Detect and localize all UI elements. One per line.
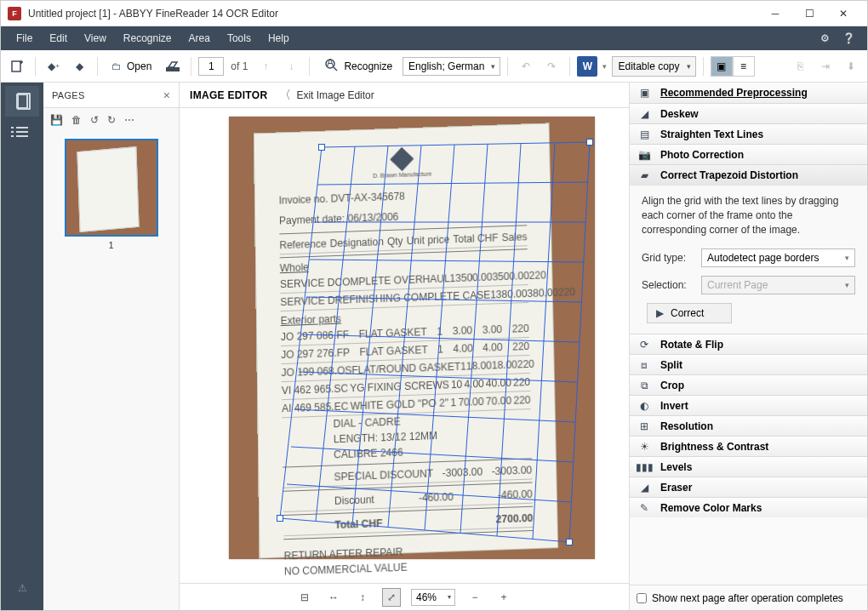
resolution-icon: ⊞ xyxy=(637,420,652,433)
menu-edit[interactable]: Edit xyxy=(41,29,76,48)
tool-eraser[interactable]: ◢ Eraser xyxy=(630,477,867,497)
remove-marks-icon: ✎ xyxy=(637,501,652,515)
tool-remove-marks[interactable]: ✎ Remove Color Marks xyxy=(630,497,867,517)
tool-straighten[interactable]: ▤ Straighten Text Lines xyxy=(630,123,867,144)
zoom-in-icon[interactable]: + xyxy=(494,588,513,607)
menu-file[interactable]: File xyxy=(8,29,41,48)
correct-button[interactable]: ▶ Correct xyxy=(647,303,732,323)
levels-icon: ▮▮▮ xyxy=(637,460,652,474)
redo-icon[interactable]: ↷ xyxy=(540,55,562,77)
word-icon[interactable]: W xyxy=(577,56,597,77)
open-button[interactable]: 🗀 Open xyxy=(105,55,158,77)
menubar: File Edit View Recognize Area Tools Help… xyxy=(1,26,867,50)
grid-handle-tr[interactable] xyxy=(586,139,593,146)
rail-list-icon[interactable] xyxy=(5,117,39,147)
trapezoid-hint: Align the grid with the text lines by dr… xyxy=(642,194,855,237)
page-number-input[interactable] xyxy=(198,57,224,76)
page-thumbnail-label: 1 xyxy=(57,240,165,250)
back-chevron-icon: 〈 xyxy=(279,88,291,103)
rail-pages-icon[interactable] xyxy=(5,86,39,117)
grid-type-select[interactable]: Autodetect page borders xyxy=(701,248,855,267)
add-page-icon[interactable]: ◆+ xyxy=(43,55,65,77)
tool-rotate-flip[interactable]: ⟳ Rotate & Flip xyxy=(630,334,867,354)
fit-window-icon[interactable]: ⤢ xyxy=(382,588,401,607)
show-next-checkbox[interactable] xyxy=(637,593,647,603)
left-rail: ⚠ xyxy=(1,83,43,610)
toolbar: ◆+ ◆ 🗀 Open of 1 ↑ ↓ A Recognize English… xyxy=(1,50,867,83)
zoom-bar: ⊟ ↔ ↕ ⤢ 46% − + xyxy=(180,583,629,610)
tool-brightness[interactable]: ☀ Brightness & Contrast xyxy=(630,436,867,456)
minimize-button[interactable]: ─ xyxy=(758,2,792,26)
open-label: Open xyxy=(127,60,151,72)
new-project-icon[interactable] xyxy=(6,55,28,77)
tool-crop[interactable]: ⧉ Crop xyxy=(630,374,867,395)
menu-tools[interactable]: Tools xyxy=(219,29,260,48)
folder-icon: 🗀 xyxy=(111,60,122,72)
settings-icon[interactable]: ⚙ xyxy=(813,26,837,50)
scan-icon[interactable] xyxy=(162,55,184,77)
tool-trapezoid[interactable]: ▰ Correct Trapezoid Distortion xyxy=(630,164,867,185)
grid-handle-br[interactable] xyxy=(566,539,573,545)
language-select[interactable]: English; German xyxy=(403,57,500,76)
exit-editor-label: Exit Image Editor xyxy=(296,89,374,101)
rail-warning-icon[interactable]: ⚠ xyxy=(5,573,39,603)
send-icon[interactable]: ⎘ xyxy=(789,55,811,77)
deskew-icon: ◢ xyxy=(637,107,652,121)
tool-photo-correction[interactable]: 📷 Photo Correction xyxy=(630,144,867,164)
menu-area[interactable]: Area xyxy=(180,29,219,48)
more-icon[interactable]: ⋯ xyxy=(124,114,134,126)
show-next-label: Show next page after operation completes xyxy=(652,592,843,604)
menu-recognize[interactable]: Recognize xyxy=(115,29,180,48)
next-page-icon[interactable]: ↓ xyxy=(280,55,302,77)
editable-copy-select[interactable]: Editable copy xyxy=(612,56,695,77)
tool-deskew[interactable]: ◢ Deskew xyxy=(630,103,867,123)
fit-page-icon[interactable]: ⊟ xyxy=(295,588,314,607)
tool-split[interactable]: ⧈ Split xyxy=(630,354,867,374)
recognize-button[interactable]: A Recognize xyxy=(317,55,399,77)
tool-recommended[interactable]: ▣ Recommended Preprocessing xyxy=(630,83,867,103)
pages-stack-icon[interactable]: ◆ xyxy=(68,55,90,77)
correct-arrow-icon: ▶ xyxy=(656,307,664,319)
delete-page-icon[interactable]: 🗑 xyxy=(71,114,82,126)
maximize-button[interactable]: ☐ xyxy=(792,2,826,26)
rotate-right-icon[interactable]: ↻ xyxy=(107,114,116,126)
help-icon[interactable]: ❔ xyxy=(837,26,860,50)
exit-editor-button[interactable]: 〈 Exit Image Editor xyxy=(279,88,374,103)
image-view-icon[interactable]: ▣ xyxy=(711,56,733,77)
dropdown-caret-icon[interactable]: ▾ xyxy=(601,62,608,71)
view-mode-group: ▣ ≡ xyxy=(711,56,755,77)
fit-height-icon[interactable]: ↕ xyxy=(353,588,372,607)
zoom-select[interactable]: 46% xyxy=(411,589,455,606)
straighten-icon: ▤ xyxy=(637,128,652,141)
close-window-button[interactable]: ✕ xyxy=(826,2,860,26)
rotate-left-icon[interactable]: ↺ xyxy=(90,114,99,126)
text-view-icon[interactable]: ≡ xyxy=(733,56,755,77)
rotate-icon: ⟳ xyxy=(637,338,652,351)
recommended-icon: ▣ xyxy=(637,86,652,100)
trapezoid-icon: ▰ xyxy=(637,168,652,182)
zoom-out-icon[interactable]: − xyxy=(465,588,484,607)
tool-levels[interactable]: ▮▮▮ Levels xyxy=(630,456,867,477)
svg-text:A: A xyxy=(327,57,334,69)
show-next-option[interactable]: Show next page after operation completes xyxy=(630,585,867,610)
undo-icon[interactable]: ↶ xyxy=(515,55,537,77)
page-total-label: of 1 xyxy=(227,60,251,72)
prev-page-icon[interactable]: ↑ xyxy=(254,55,277,77)
camera-icon: 📷 xyxy=(637,148,652,162)
titlebar: F Untitled project [1] - ABBYY FineReade… xyxy=(1,1,867,26)
menu-view[interactable]: View xyxy=(76,29,115,48)
tool-invert[interactable]: ◐ Invert xyxy=(630,395,867,415)
export-icon[interactable]: ⇥ xyxy=(814,55,837,77)
fit-width-icon[interactable]: ↔ xyxy=(324,588,343,607)
save-page-icon[interactable]: 💾 xyxy=(50,114,63,126)
close-pages-panel-icon[interactable]: × xyxy=(163,89,170,102)
tool-resolution[interactable]: ⊞ Resolution xyxy=(630,415,867,436)
recognize-label: Recognize xyxy=(344,60,392,72)
page-thumbnail[interactable] xyxy=(65,139,158,237)
editor-canvas[interactable]: D. Brawn Manufacture Invoice no. DVT-AX-… xyxy=(180,108,629,583)
grid-type-label: Grid type: xyxy=(642,252,694,264)
save-icon[interactable]: ⬇ xyxy=(840,55,862,77)
menu-help[interactable]: Help xyxy=(260,29,298,48)
svg-line-6 xyxy=(334,67,337,71)
split-icon: ⧈ xyxy=(637,358,652,372)
